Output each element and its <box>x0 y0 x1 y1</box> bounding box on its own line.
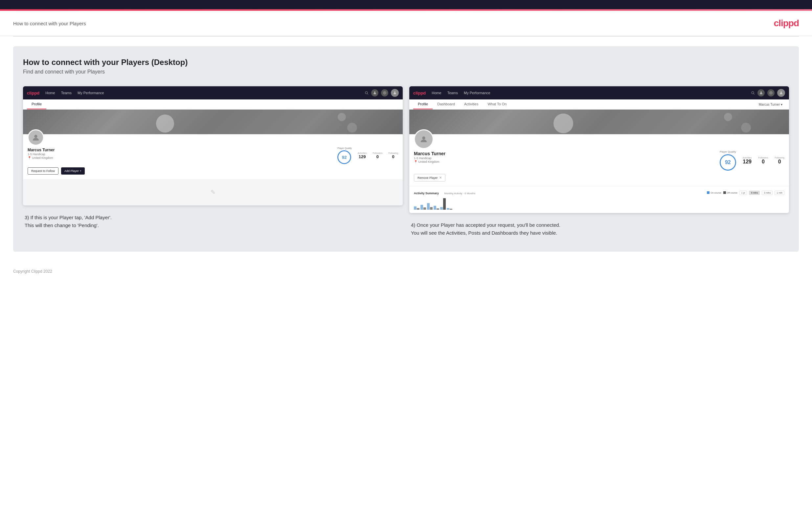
bar-off-1 <box>417 208 419 210</box>
time-btn-6mths[interactable]: 6 mths <box>749 191 760 195</box>
legend-off-course: Off course <box>723 191 738 194</box>
top-bar <box>0 0 812 9</box>
bar-on-1 <box>414 207 416 210</box>
settings-icon-right <box>767 89 774 97</box>
mock-nav-right-left <box>365 89 399 97</box>
bar-group-3 <box>427 203 433 210</box>
caption-text-left: 3) If this is your Player tap, 'Add Play… <box>24 214 401 229</box>
mock-logo-left: clippd <box>27 91 39 96</box>
mock-logo-right: clippd <box>413 91 426 96</box>
stat-followers-right: Followers 0 <box>758 157 768 165</box>
footer-text: Copyright Clippd 2022 <box>13 269 52 274</box>
mock-banner-left <box>23 110 403 134</box>
activity-subtitle: Monthly Activity · 6 Months <box>444 192 475 195</box>
mock-activity-header: Activity Summary Monthly Activity · 6 Mo… <box>414 190 784 195</box>
mock-nav-home-right: Home <box>432 91 441 95</box>
tab-activities-right[interactable]: Activities <box>460 100 483 109</box>
bar-off-6 <box>450 209 452 210</box>
svg-line-7 <box>754 94 755 95</box>
bar-on-3 <box>427 203 429 210</box>
svg-point-4 <box>394 92 396 93</box>
bar-off-2 <box>423 208 426 210</box>
footer: Copyright Clippd 2022 <box>0 262 812 281</box>
stat-activities-left: Activities 129 <box>358 152 367 159</box>
bar-off-3 <box>430 207 433 210</box>
header-divider <box>13 36 799 37</box>
legend-on-course: On course <box>707 191 721 194</box>
caption-area-left: 3) If this is your Player tap, 'Add Play… <box>23 206 403 231</box>
header: How to connect with your Players clippd <box>0 11 812 36</box>
screenshot-col-right: clippd Home Teams My Performance <box>409 86 789 238</box>
page-heading: How to connect with your Players (Deskto… <box>23 58 789 67</box>
remove-x-icon: ✕ <box>439 176 442 179</box>
mock-profile-info-right: Marcus Turner 1-5 Handicap 📍 United King… <box>414 151 445 163</box>
mock-activity-area: Activity Summary Monthly Activity · 6 Mo… <box>409 186 789 213</box>
bar-group-1 <box>414 207 419 210</box>
bar-off-4 <box>437 208 439 210</box>
mock-buttons-left: Request to Follow Add Player + <box>28 167 398 175</box>
svg-point-5 <box>34 135 37 138</box>
mock-tabs-left: Profile <box>23 100 403 110</box>
user-avatar-left <box>391 89 399 97</box>
mock-scroll-area-left: ✎ <box>23 179 403 206</box>
caption-text-right: 4) Once your Player has accepted your re… <box>411 221 788 237</box>
page-subheading: Find and connect with your Players <box>23 69 789 75</box>
mock-player-name-left: Marcus Turner <box>28 148 55 152</box>
quality-value-right: 92 <box>725 160 731 165</box>
mock-browser-right: clippd Home Teams My Performance <box>409 86 789 213</box>
time-btn-1yr[interactable]: 1 yr <box>740 191 747 195</box>
mock-chart <box>414 198 784 210</box>
stat-following-left: Following 0 <box>388 152 398 159</box>
player-dropdown[interactable]: Marcus Turner ▾ <box>756 100 785 109</box>
add-player-button[interactable]: Add Player + <box>61 167 85 175</box>
quality-value-left: 92 <box>342 155 347 160</box>
mock-avatar-left <box>28 129 44 146</box>
bar-group-4 <box>434 206 439 210</box>
svg-point-2 <box>374 92 375 93</box>
activity-title: Activity Summary <box>414 192 439 195</box>
svg-point-3 <box>384 93 385 94</box>
svg-line-1 <box>367 94 368 95</box>
bar-group-5 <box>440 198 446 210</box>
mock-avatar-right <box>414 129 434 149</box>
tab-profile-right[interactable]: Profile <box>413 100 433 109</box>
user-icon-left <box>371 89 378 97</box>
svg-point-0 <box>365 92 367 94</box>
user-avatar-right <box>777 89 785 97</box>
tab-profile-left[interactable]: Profile <box>27 100 46 109</box>
stat-following-right: Following 0 <box>774 157 784 165</box>
logo: clippd <box>774 18 799 29</box>
tab-dashboard-right[interactable]: Dashboard <box>433 100 460 109</box>
quality-circle-left: 92 <box>337 150 351 164</box>
user-icon-right <box>757 89 765 97</box>
mock-banner-right <box>409 110 789 134</box>
bar-group-6 <box>447 208 452 210</box>
mock-tabs-right: Profile Dashboard Activities What To On … <box>409 100 789 110</box>
scroll-icon-left: ✎ <box>211 189 215 196</box>
time-btn-1mth[interactable]: 1 mth <box>774 191 784 195</box>
quality-circle-right: 92 <box>720 154 736 171</box>
remove-player-button[interactable]: Remove Player ✕ <box>414 174 445 181</box>
mock-player-handicap-left: 1-5 Handicap <box>28 153 55 156</box>
mock-profile-area-left: Marcus Turner 1-5 Handicap 📍 United King… <box>23 134 403 179</box>
time-btn-3mths[interactable]: 3 mths <box>762 191 773 195</box>
mock-nav-right-icons <box>751 89 785 97</box>
mock-nav-left: clippd Home Teams My Performance <box>23 86 403 100</box>
mock-nav-left-items: clippd Home Teams My Performance <box>27 91 104 96</box>
quality-label-right: Player Quality <box>720 150 736 153</box>
mock-nav-teams-right: Teams <box>447 91 458 95</box>
request-follow-button[interactable]: Request to Follow <box>28 167 58 175</box>
quality-label-left: Player Quality <box>337 147 352 149</box>
bar-group-2 <box>420 205 426 210</box>
remove-player-container: Remove Player ✕ <box>414 174 784 181</box>
mock-nav-right-items: clippd Home Teams My Performance <box>413 91 491 96</box>
bar-on-5 <box>440 207 443 210</box>
search-icon-left <box>365 91 368 95</box>
tab-what-to-on-right[interactable]: What To On <box>483 100 511 109</box>
bar-on-4 <box>434 206 436 210</box>
bar-on-2 <box>420 205 423 210</box>
search-icon-right <box>751 91 755 95</box>
mock-nav-performance-right: My Performance <box>464 91 491 95</box>
mock-browser-left: clippd Home Teams My Performance <box>23 86 403 206</box>
caption-area-right: 4) Once your Player has accepted your re… <box>409 213 789 238</box>
